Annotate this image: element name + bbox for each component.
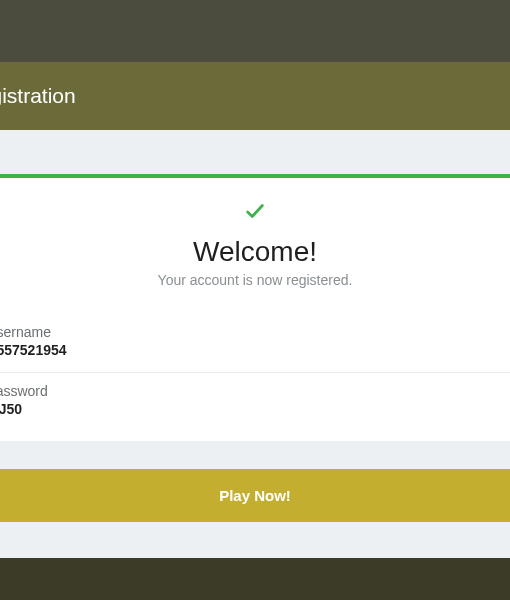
spacer	[0, 522, 510, 558]
spacer	[0, 441, 510, 469]
page-header: t Registration	[0, 62, 510, 130]
password-row: ur Password sinoJ50	[0, 373, 510, 441]
top-bar	[0, 0, 510, 62]
check-wrap	[0, 200, 510, 226]
footer-bar	[0, 558, 510, 600]
username-row: ur Username LR0557521954	[0, 314, 510, 373]
username-label: ur Username	[0, 324, 510, 340]
check-icon	[244, 208, 266, 225]
welcome-title: Welcome!	[0, 236, 510, 268]
play-now-button[interactable]: Play Now!	[0, 469, 510, 522]
username-value: LR0557521954	[0, 342, 510, 358]
spacer	[0, 130, 510, 174]
password-label: ur Password	[0, 383, 510, 399]
password-value: sinoJ50	[0, 401, 510, 417]
success-card: Welcome! Your account is now registered.…	[0, 178, 510, 441]
welcome-subtitle: Your account is now registered.	[0, 272, 510, 288]
page-title: t Registration	[0, 84, 510, 108]
